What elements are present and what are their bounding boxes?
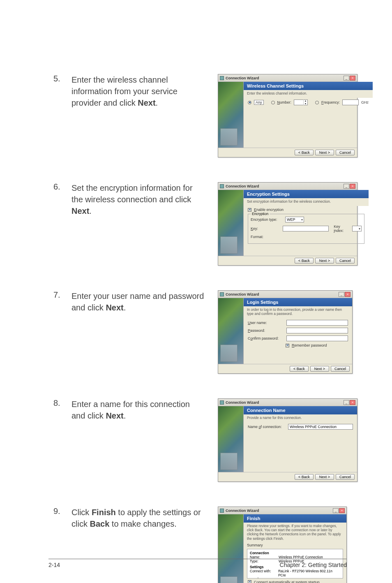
password-field[interactable]: [286, 328, 348, 333]
minimize-icon[interactable]: _: [333, 508, 339, 513]
step-number: 8.: [53, 398, 62, 421]
app-icon: [220, 509, 224, 513]
radio-number[interactable]: [271, 101, 275, 104]
radio-frequency[interactable]: [315, 101, 319, 104]
minimize-icon[interactable]: _: [344, 184, 349, 189]
next-button[interactable]: Next >: [315, 258, 334, 264]
close-icon[interactable]: ×: [350, 400, 355, 405]
wizard-login: Connection Wizard _ × Login Settings In …: [218, 290, 353, 374]
wizard-channel: Connection Wizard _ × Wireless Channel S…: [218, 74, 357, 157]
back-button[interactable]: < Back: [290, 366, 309, 372]
autostart-label: Connect automatically at system startup: [254, 580, 320, 583]
keyindex-dropdown[interactable]: [352, 226, 362, 231]
username-field[interactable]: [286, 320, 348, 326]
keyindex-label: Key index:: [334, 224, 350, 233]
ghz-label: GHz: [361, 100, 369, 104]
step-body: Set the encryption information for the w…: [71, 182, 205, 217]
frequency-field[interactable]: [342, 99, 359, 105]
remember-checkbox[interactable]: [286, 344, 289, 347]
cancel-button[interactable]: Cancel: [336, 258, 355, 264]
page-number: 2-14: [48, 562, 60, 568]
window-title: Connection Wizard: [226, 400, 259, 405]
next-button[interactable]: Next >: [310, 366, 329, 372]
number-spinner[interactable]: ▴▾: [294, 99, 308, 105]
banner-title: Connection Name: [244, 406, 357, 414]
cancel-button[interactable]: Cancel: [331, 366, 350, 372]
banner-title: Wireless Channel Settings: [244, 82, 373, 90]
app-icon: [220, 292, 224, 296]
minimize-icon[interactable]: _: [339, 292, 344, 297]
wizard-graphic: [218, 298, 244, 364]
close-icon[interactable]: ×: [339, 508, 345, 513]
close-icon[interactable]: ×: [345, 292, 350, 297]
username-label: User name:: [248, 321, 284, 325]
wizard-finish: Connection Wizard _ × Finish Please revi…: [218, 507, 347, 583]
summary-label: Summary: [244, 543, 346, 547]
banner-title: Finish: [244, 514, 346, 523]
banner-desc: Set encryption information for the wirel…: [244, 198, 369, 206]
wizard-name: Connection Wizard _ × Connection Name Pr…: [218, 398, 357, 482]
step-body: Enter the wireless channel information f…: [71, 74, 205, 109]
wizard-graphic: [218, 514, 244, 583]
enctype-label: Encryption type:: [251, 217, 283, 222]
number-label: NNumber:umber:: [277, 100, 292, 104]
radio-any[interactable]: [248, 101, 251, 104]
app-icon: [220, 76, 224, 80]
chapter-title: Chapter 2: Getting Started: [280, 562, 347, 568]
password-label: Password:: [248, 329, 284, 333]
close-icon[interactable]: ×: [350, 184, 355, 189]
wizard-encryption: Connection Wizard _ × Encryption Setting…: [218, 182, 357, 266]
cancel-button[interactable]: Cancel: [336, 150, 355, 155]
connname-field[interactable]: Wireless PPPoE Connection: [288, 424, 353, 430]
connname-label: Name of connection:: [248, 425, 286, 429]
window-title: Connection Wizard: [226, 76, 259, 80]
window-title: Connection Wizard: [226, 292, 259, 296]
next-button[interactable]: Next >: [315, 474, 334, 480]
autostart-checkbox[interactable]: [248, 580, 251, 583]
app-icon: [220, 400, 224, 405]
enable-encryption-checkbox[interactable]: [248, 208, 251, 212]
step-body: Enter your user name and password and cl…: [71, 290, 205, 313]
banner-title: Login Settings: [244, 298, 352, 306]
banner-title: Encryption Settings: [244, 190, 369, 198]
step-number: 9.: [53, 507, 62, 530]
window-title: Connection Wizard: [226, 509, 259, 513]
confirm-label: Confirm password:: [248, 336, 284, 340]
fieldset-legend: Encryption: [251, 212, 270, 216]
frequency-label: Frequency:: [321, 100, 340, 104]
step-number: 5.: [53, 74, 62, 109]
back-button[interactable]: < Back: [295, 258, 314, 264]
step-number: 7.: [53, 290, 62, 313]
step-number: 6.: [53, 182, 62, 217]
step-body: Click Finish to apply the settings or cl…: [71, 507, 205, 530]
confirm-field[interactable]: [286, 335, 348, 341]
key-field[interactable]: [283, 226, 329, 231]
banner-desc: Provide a name for this connection.: [244, 414, 357, 422]
key-label: Key:: [251, 227, 280, 231]
window-title: Connection Wizard: [226, 184, 259, 188]
enable-label: Enable encryption: [254, 208, 284, 212]
step-body: Enter a name for this connection and cli…: [71, 398, 205, 421]
banner-desc: Please review your settings. If you want…: [244, 523, 346, 543]
next-button[interactable]: Next >: [315, 150, 334, 155]
wizard-graphic: [218, 190, 244, 256]
banner-desc: In order to log in to this connection, p…: [244, 306, 352, 318]
minimize-icon[interactable]: _: [344, 76, 349, 81]
app-icon: [220, 184, 224, 188]
banner-desc: Enter the wireless channel information.: [244, 90, 373, 98]
enctype-dropdown[interactable]: WEP: [285, 217, 304, 222]
minimize-icon[interactable]: _: [344, 400, 349, 405]
any-label: Any: [254, 100, 264, 105]
remember-label: Remember password: [292, 343, 327, 347]
close-icon[interactable]: ×: [350, 76, 355, 81]
wizard-graphic: [218, 406, 244, 472]
format-label: Format:: [251, 235, 283, 239]
back-button[interactable]: < Back: [295, 150, 314, 155]
wizard-graphic: [218, 82, 244, 148]
back-button[interactable]: < Back: [295, 474, 314, 480]
cancel-button[interactable]: Cancel: [336, 474, 355, 480]
